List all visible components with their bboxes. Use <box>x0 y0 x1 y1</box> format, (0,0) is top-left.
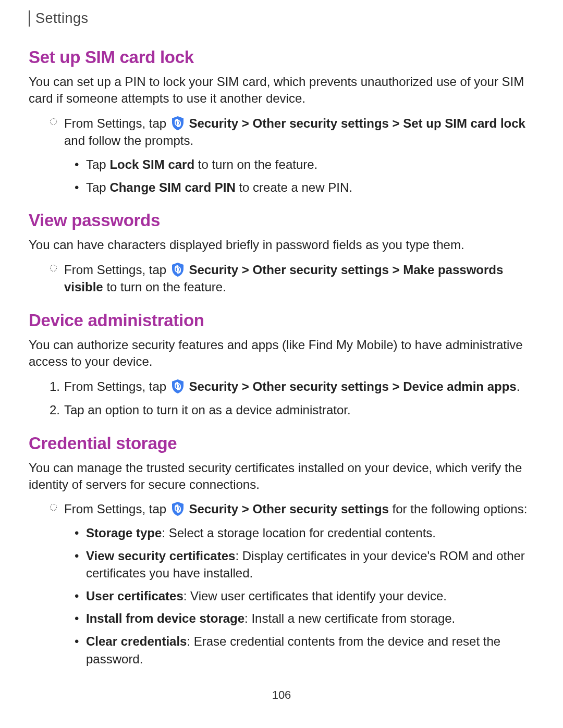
cred-opt1-post: : Select a storage location for credenti… <box>162 526 436 540</box>
cred-opt3: User certificates: View user certificate… <box>75 587 534 605</box>
cred-opt1: Storage type: Select a storage location … <box>75 524 534 542</box>
step-number: 2. <box>50 401 60 419</box>
sim-sub1-pre: Tap <box>86 157 109 171</box>
cred-opt3-post: : View user certificates that identify y… <box>183 589 447 603</box>
sim-sub1: Tap Lock SIM card to turn on the feature… <box>75 156 534 174</box>
cred-opt2: View security certificates: Display cert… <box>75 547 534 582</box>
device-step1: 1. From Settings, tap Security > Other s… <box>50 378 534 396</box>
sim-sub2-pre: Tap <box>86 180 109 194</box>
view-step: From Settings, tap Security > Other secu… <box>50 261 534 296</box>
cred-intro: You can manage the trusted security cert… <box>29 460 534 493</box>
cred-step-bold: Security > Other security settings <box>186 502 389 516</box>
heading-view-passwords: View passwords <box>29 211 534 230</box>
cred-step: From Settings, tap Security > Other secu… <box>50 500 534 518</box>
cred-opt4: Install from device storage: Install a n… <box>75 610 534 627</box>
view-intro: You can have characters displayed briefl… <box>29 237 534 253</box>
step-number: 1. <box>50 378 60 396</box>
sim-step-prefix: From Settings, tap <box>64 116 170 130</box>
section-device-admin: Device administration You can authorize … <box>29 311 534 419</box>
view-step-suffix: to turn on the feature. <box>103 280 226 294</box>
cred-step-prefix: From Settings, tap <box>64 502 170 516</box>
sim-sub2: Tap Change SIM card PIN to create a new … <box>75 179 534 196</box>
sim-sub2-post: to create a new PIN. <box>236 180 352 194</box>
section-view-passwords: View passwords You can have characters d… <box>29 211 534 296</box>
section-sim-lock: Set up SIM card lock You can set up a PI… <box>29 47 534 196</box>
heading-credential-storage: Credential storage <box>29 434 534 453</box>
view-step-prefix: From Settings, tap <box>64 263 170 277</box>
device-step2: 2. Tap an option to turn it on as a devi… <box>50 401 534 419</box>
cred-step-suffix: for the following options: <box>389 502 528 516</box>
shield-icon <box>171 262 185 277</box>
sim-step-bold: Security > Other security settings > Set… <box>186 116 525 130</box>
cred-opt1-bold: Storage type <box>86 526 162 540</box>
sim-sub2-bold: Change SIM card PIN <box>109 180 235 194</box>
sim-intro: You can set up a PIN to lock your SIM ca… <box>29 73 534 107</box>
heading-device-admin: Device administration <box>29 311 534 330</box>
breadcrumb-label: Settings <box>35 10 89 26</box>
shield-icon <box>171 379 185 393</box>
page-number: 106 <box>0 688 563 702</box>
shield-icon <box>171 116 185 130</box>
cred-opt5: Clear credentials: Erase credential cont… <box>75 633 534 668</box>
dotted-circle-icon <box>50 264 57 272</box>
device-step1-post: . <box>517 379 520 393</box>
device-intro: You can authorize security features and … <box>29 337 534 371</box>
heading-sim-lock: Set up SIM card lock <box>29 47 534 67</box>
device-step1-pre: From Settings, tap <box>64 379 170 393</box>
shield-icon <box>171 501 185 516</box>
device-step2-text: Tap an option to turn it on as a device … <box>64 403 351 417</box>
device-step1-bold: Security > Other security settings > Dev… <box>186 379 517 393</box>
sim-step-suffix: and follow the prompts. <box>64 133 193 147</box>
sim-step: From Settings, tap Security > Other secu… <box>50 115 534 150</box>
cred-opt4-bold: Install from device storage <box>86 611 244 625</box>
cred-opt3-bold: User certificates <box>86 589 183 603</box>
cred-opt5-bold: Clear credentials <box>86 634 187 648</box>
dotted-circle-icon <box>50 118 57 126</box>
dotted-circle-icon <box>50 503 57 511</box>
breadcrumb: Settings <box>29 10 534 27</box>
cred-opt4-post: : Install a new certificate from storage… <box>244 611 455 625</box>
section-credential-storage: Credential storage You can manage the tr… <box>29 434 534 668</box>
cred-opt2-bold: View security certificates <box>86 549 235 563</box>
sim-sub1-post: to turn on the feature. <box>194 157 317 171</box>
sim-sub1-bold: Lock SIM card <box>109 157 194 171</box>
